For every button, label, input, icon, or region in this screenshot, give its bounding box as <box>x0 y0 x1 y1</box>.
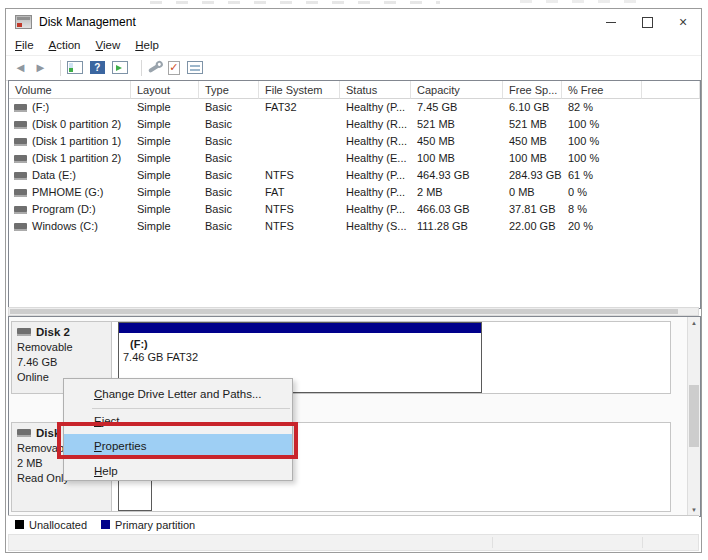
legend-primary-partition: Primary partition <box>101 519 195 531</box>
column-header-percentfree[interactable]: % Free <box>562 81 642 99</box>
horizontal-scrollbar[interactable] <box>8 307 699 316</box>
table-row[interactable]: Program (D:) Simple Basic NTFS Healthy (… <box>9 201 700 218</box>
column-header-layout[interactable]: Layout <box>131 81 199 99</box>
list-view-icon <box>187 61 203 74</box>
table-row[interactable]: (F:) Simple Basic FAT32 Healthy (P... 7.… <box>9 99 700 116</box>
partition-f-info: 7.46 GB FAT32 <box>123 351 481 363</box>
table-cell: 100 % <box>562 133 642 150</box>
table-cell: Simple <box>131 150 199 167</box>
horizontal-scrollbar-thumb[interactable] <box>10 309 678 314</box>
wrench-icon <box>148 62 161 72</box>
menu-action[interactable]: Action <box>49 39 81 51</box>
disk2-name: Disk 2 <box>36 326 70 338</box>
table-cell: 7.45 GB <box>411 99 503 116</box>
disk-icon <box>17 429 31 437</box>
help-button[interactable]: ? <box>90 61 105 74</box>
statusbar-divider <box>642 537 643 548</box>
column-header-freespace[interactable]: Free Sp... <box>503 81 562 99</box>
window-title: Disk Management <box>39 15 136 29</box>
app-icon <box>15 15 32 29</box>
action-pane-button[interactable] <box>112 61 128 74</box>
table-row[interactable]: Data (E:) Simple Basic NTFS Healthy (P..… <box>9 167 700 184</box>
scroll-up-icon[interactable]: ▲ <box>688 320 700 326</box>
back-button[interactable]: ◄ <box>14 61 27 74</box>
menu-item-help[interactable]: Help <box>64 459 292 483</box>
table-cell: 82 % <box>562 99 642 116</box>
vertical-scrollbar-thumb[interactable] <box>689 385 699 447</box>
volume-cell: Program (D:) <box>9 201 131 218</box>
table-cell: Simple <box>131 167 199 184</box>
table-cell: 8 % <box>562 201 642 218</box>
table-row[interactable]: (Disk 1 partition 2) Simple Basic Health… <box>9 150 700 167</box>
column-header-status[interactable]: Status <box>340 81 411 99</box>
unallocated-swatch-icon <box>15 520 24 529</box>
menu-file[interactable]: File <box>15 39 34 51</box>
menu-view[interactable]: View <box>96 39 121 51</box>
status-bar <box>8 534 699 551</box>
table-row[interactable]: (Disk 0 partition 2) Simple Basic Health… <box>9 116 700 133</box>
table-cell: 61 % <box>562 167 642 184</box>
table-cell: Basic <box>199 218 259 235</box>
table-cell: FAT <box>259 184 340 201</box>
table-cell: 0 % <box>562 184 642 201</box>
table-row[interactable]: PMHOME (G:) Simple Basic FAT Healthy (P.… <box>9 184 700 201</box>
table-cell <box>259 150 340 167</box>
legend-bar: Unallocated Primary partition <box>8 515 699 533</box>
table-cell: NTFS <box>259 167 340 184</box>
table-cell: 521 MB <box>503 116 562 133</box>
table-cell: 0 MB <box>503 184 562 201</box>
legend-unallocated: Unallocated <box>15 519 87 531</box>
table-cell: Simple <box>131 116 199 133</box>
column-header-volume[interactable]: Volume <box>9 81 131 99</box>
console-tree-button[interactable] <box>67 61 83 74</box>
table-cell: Healthy (S... <box>340 218 411 235</box>
table-cell: 284.93 GB <box>503 167 562 184</box>
table-cell: Basic <box>199 184 259 201</box>
forward-button[interactable]: ► <box>34 61 47 74</box>
table-cell: Simple <box>131 184 199 201</box>
toolbar-separator <box>141 60 142 76</box>
table-cell: Basic <box>199 116 259 133</box>
volume-icon <box>14 104 27 112</box>
menu-help[interactable]: Help <box>135 39 159 51</box>
table-row[interactable]: Windows (C:) Simple Basic NTFS Healthy (… <box>9 218 700 235</box>
table-cell: 22.00 GB <box>503 218 562 235</box>
table-cell: Healthy (P... <box>340 167 411 184</box>
title-bar: Disk Management × <box>6 9 701 35</box>
table-cell: Simple <box>131 99 199 116</box>
column-header-filesystem[interactable]: File System <box>259 81 340 99</box>
maximize-button[interactable] <box>629 9 665 35</box>
table-cell: Basic <box>199 99 259 116</box>
scroll-down-icon[interactable]: ▼ <box>688 507 700 513</box>
statusbar-divider <box>492 537 493 548</box>
table-cell: 450 MB <box>503 133 562 150</box>
table-cell: Simple <box>131 133 199 150</box>
screenshot-artifact <box>520 0 650 3</box>
volume-icon <box>14 223 27 231</box>
forward-icon: ► <box>34 61 47 74</box>
minimize-button[interactable] <box>593 9 629 35</box>
volume-icon <box>14 206 27 214</box>
check-disk-button[interactable]: ✓ <box>168 61 180 75</box>
table-cell: 100 MB <box>503 150 562 167</box>
table-row[interactable]: (Disk 1 partition 1) Simple Basic Health… <box>9 133 700 150</box>
volume-cell: PMHOME (G:) <box>9 184 131 201</box>
volume-icon <box>14 138 27 146</box>
vertical-scrollbar[interactable]: ▲ ▼ <box>687 317 700 516</box>
primary-partition-strip <box>119 323 481 335</box>
toolbar-separator <box>60 60 61 76</box>
properties-view-button[interactable] <box>187 61 203 74</box>
table-cell: Healthy (P... <box>340 184 411 201</box>
disk-icon <box>17 328 31 336</box>
table-cell: Healthy (P... <box>340 99 411 116</box>
table-cell: 20 % <box>562 218 642 235</box>
volume-cell: Windows (C:) <box>9 218 131 235</box>
column-header-type[interactable]: Type <box>199 81 259 99</box>
tools-button[interactable] <box>148 66 161 70</box>
close-button[interactable]: × <box>665 9 701 35</box>
table-cell <box>259 116 340 133</box>
table-cell <box>259 133 340 150</box>
column-header-capacity[interactable]: Capacity <box>411 81 503 99</box>
menu-item-change-drive-letter[interactable]: Change Drive Letter and Paths... <box>64 381 292 407</box>
table-cell: 6.10 GB <box>503 99 562 116</box>
